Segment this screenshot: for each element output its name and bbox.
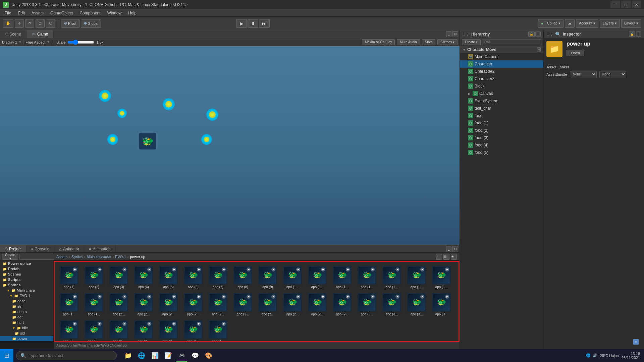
tab-animation[interactable]: ⧗ Animation bbox=[84, 245, 115, 252]
list-item[interactable]: 🐲▶ apo (3... bbox=[380, 292, 404, 317]
list-item[interactable]: 🐲▶ apo (2) bbox=[82, 264, 106, 290]
list-item[interactable]: 🐲▶ apo (2... bbox=[157, 292, 180, 317]
create-button[interactable]: Create ▾ bbox=[2, 254, 18, 260]
project-item-stri[interactable]: 📁 stri bbox=[0, 304, 53, 309]
minimize-button[interactable]: ─ bbox=[610, 1, 620, 8]
scale-slider[interactable] bbox=[67, 40, 94, 45]
project-item-death[interactable]: 📁 death bbox=[0, 309, 53, 314]
layers-button[interactable]: Layers ▾ bbox=[600, 19, 620, 28]
project-item-sprites[interactable]: 📁 Sprites bbox=[0, 282, 53, 288]
hierarchy-lock[interactable]: 🔓 bbox=[528, 32, 535, 37]
inspector-options[interactable]: ☰ bbox=[636, 32, 641, 37]
project-item-idle[interactable]: ▼ 📁 idle bbox=[0, 325, 53, 330]
scale-tool[interactable]: ⊡ bbox=[36, 19, 45, 28]
project-item-prefab[interactable]: 📁 Prefab bbox=[0, 266, 53, 272]
list-item[interactable]: 🐲▶ apo (1... bbox=[405, 264, 428, 290]
list-item[interactable]: 🐲▶ apo (1... bbox=[57, 292, 81, 317]
hand-tool[interactable]: ✋ bbox=[3, 19, 13, 28]
pivot-button[interactable]: ⊙ Pivot bbox=[61, 19, 79, 28]
play-button[interactable]: ▶ bbox=[236, 19, 247, 28]
hierarchy-item-food1[interactable]: ⬡ food (1) bbox=[460, 119, 543, 127]
list-item[interactable]: 🐲▶ apo (6) bbox=[181, 264, 205, 290]
hierarchy-item-food2[interactable]: ⬡ food (2) bbox=[460, 127, 543, 134]
project-item-sid[interactable]: 📁 sid bbox=[0, 330, 53, 336]
breadcrumb-evo1[interactable]: EVO-1 bbox=[115, 255, 126, 259]
hierarchy-item-eventsystem[interactable]: ⬡ EventSystem bbox=[460, 97, 543, 105]
list-item[interactable]: 🐲▶ apo (1... bbox=[355, 264, 379, 290]
hierarchy-item-character2[interactable]: ⬡ Character2 bbox=[460, 68, 543, 75]
hierarchy-item-food5[interactable]: ⬡ food (5) bbox=[460, 149, 543, 156]
list-item[interactable]: 🐲▶ apo (3... bbox=[82, 319, 106, 342]
menu-assets[interactable]: Assets bbox=[28, 10, 47, 16]
project-item-scripts[interactable]: 📁 Scripts bbox=[0, 277, 53, 282]
menu-component[interactable]: Component bbox=[76, 10, 104, 16]
list-item[interactable]: 🐲▶ apo (2... bbox=[181, 292, 205, 317]
menu-edit[interactable]: Edit bbox=[14, 10, 28, 16]
breadcrumb-assets[interactable]: Assets bbox=[56, 255, 67, 259]
gizmos-button[interactable]: Gizmos ▾ bbox=[437, 39, 458, 45]
list-item[interactable]: 🐲▶ apo (4) bbox=[132, 264, 155, 290]
asset-bundle-variant-select[interactable]: None bbox=[599, 71, 626, 77]
list-item[interactable]: 🐲▶ apo (7) bbox=[206, 264, 230, 290]
list-item[interactable]: 🐲▶ apo (3) bbox=[107, 264, 130, 290]
list-item[interactable]: 🐲▶ apo (5) bbox=[157, 264, 180, 290]
rotate-tool[interactable]: ↻ bbox=[25, 19, 34, 28]
hierarchy-item-block[interactable]: ⬡ Block bbox=[460, 82, 543, 90]
list-item[interactable]: 🐲▶ apo (3... bbox=[157, 319, 180, 342]
list-item[interactable]: 🐲▶ apo (2... bbox=[132, 292, 155, 317]
tab-game[interactable]: 🎮 Game bbox=[26, 30, 54, 38]
bottom-panel-minimize[interactable]: _ bbox=[446, 246, 451, 252]
list-item[interactable]: 🐲▶ apo (1) bbox=[57, 264, 81, 290]
hierarchy-item-food4[interactable]: ⬡ food (4) bbox=[460, 141, 543, 149]
project-item-evo1[interactable]: ▼ 📁 EVO-1 bbox=[0, 293, 53, 298]
collab-button[interactable]: ● Collab ▾ bbox=[538, 19, 564, 28]
stats-button[interactable]: Stats bbox=[422, 39, 436, 45]
tab-console[interactable]: ≡ Console bbox=[26, 245, 54, 252]
list-item[interactable]: 🐲▶ apo (4... bbox=[206, 319, 230, 342]
inspector-add-icon[interactable]: + bbox=[633, 339, 639, 345]
list-item[interactable]: 🐲▶ apo (9) bbox=[256, 264, 279, 290]
list-item[interactable]: 🐲▶ apo (1... bbox=[330, 264, 354, 290]
project-item-powerupico[interactable]: 📁 Power up ico bbox=[0, 261, 53, 266]
project-item-eat[interactable]: 📁 eat bbox=[0, 314, 53, 320]
project-item-dash[interactable]: 📁 dash bbox=[0, 298, 53, 304]
open-button[interactable]: Open bbox=[567, 50, 584, 56]
bottom-panel-maximize[interactable]: ⊟ bbox=[452, 246, 458, 252]
taskbar-app-unity[interactable]: 🎮 bbox=[176, 350, 188, 362]
list-item[interactable]: 🐲▶ apo (2... bbox=[330, 292, 354, 317]
taskbar-app-discord[interactable]: 💬 bbox=[189, 350, 201, 362]
list-item[interactable]: 🐲▶ apo (3... bbox=[107, 319, 130, 342]
layout-button[interactable]: Layout ▾ bbox=[621, 19, 641, 28]
asset-view-toggle1[interactable]: ↑ bbox=[436, 254, 442, 260]
list-item[interactable]: 🐲▶ apo (1... bbox=[82, 292, 106, 317]
breadcrumb-main-character[interactable]: Main character bbox=[87, 255, 111, 259]
breadcrumb-sprites[interactable]: Sprites bbox=[71, 255, 83, 259]
asset-view-toggle2[interactable]: ⊞ bbox=[443, 254, 449, 260]
move-tool[interactable]: ✛ bbox=[15, 19, 24, 28]
hierarchy-search[interactable] bbox=[482, 39, 541, 45]
maximize-on-play[interactable]: Maximize On Play bbox=[362, 39, 395, 45]
list-item[interactable]: 🐲▶ apo (1... bbox=[281, 264, 304, 290]
account-button[interactable]: Account ▾ bbox=[576, 19, 598, 28]
list-item[interactable]: 🐲▶ apo (1... bbox=[306, 264, 329, 290]
step-button[interactable]: ⏭ bbox=[259, 19, 270, 28]
list-item[interactable]: 🐲▶ apo (2... bbox=[256, 292, 279, 317]
cloud-button[interactable]: ☁ bbox=[565, 19, 575, 28]
hierarchy-root[interactable]: ▼ CharacterMove ≡ bbox=[460, 46, 543, 53]
project-item-hurt[interactable]: 📁 hurt bbox=[0, 320, 53, 325]
hierarchy-item-character[interactable]: ⬡ Character bbox=[460, 60, 543, 68]
tab-animator[interactable]: △ Animator bbox=[54, 245, 84, 252]
list-item[interactable]: 🐲▶ apo (3... bbox=[57, 319, 81, 342]
inspector-lock[interactable]: 🔓 bbox=[629, 32, 635, 37]
scene-minimize[interactable]: _ bbox=[446, 31, 451, 37]
scene-maximize[interactable]: ⊟ bbox=[452, 31, 458, 37]
taskbar-app-explorer[interactable]: 📁 bbox=[122, 350, 134, 362]
menu-file[interactable]: File bbox=[1, 10, 14, 16]
list-item[interactable]: 🐲▶ apo (3... bbox=[405, 292, 428, 317]
hierarchy-root-options[interactable]: ≡ bbox=[537, 47, 541, 52]
taskbar-app-edge[interactable]: 🌐 bbox=[136, 350, 148, 362]
tab-project[interactable]: ⬡ Project bbox=[0, 245, 26, 252]
hierarchy-item-food3[interactable]: ⬡ food (3) bbox=[460, 134, 543, 141]
list-item[interactable]: 🐲▶ apo (4... bbox=[181, 319, 205, 342]
mute-audio[interactable]: Mute Audio bbox=[397, 39, 420, 45]
